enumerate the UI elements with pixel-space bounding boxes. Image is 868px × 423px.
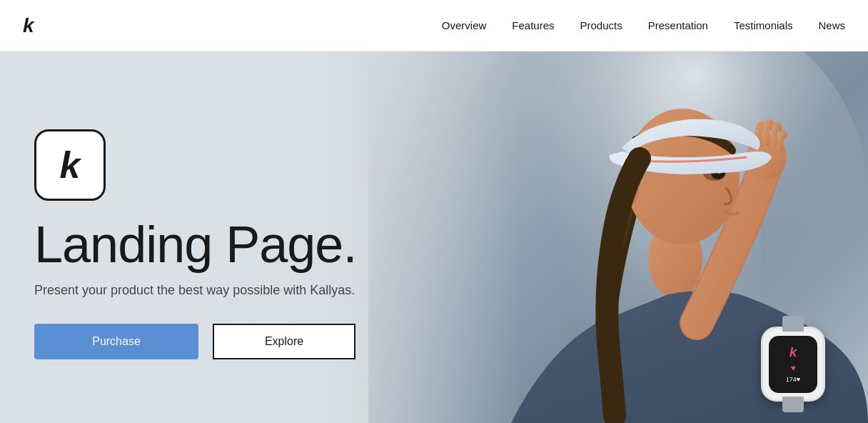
hero-content: k Landing Page. Present your product the… xyxy=(0,51,500,423)
watch-band-top xyxy=(782,316,804,332)
watch-heart-icon: ♥ xyxy=(790,363,795,373)
nav-item-overview[interactable]: Overview xyxy=(442,19,487,31)
main-nav: Overview Features Products Presentation … xyxy=(442,19,845,31)
nav-item-features[interactable]: Features xyxy=(512,19,554,31)
purchase-button[interactable]: Purchase xyxy=(34,324,198,359)
nav-item-news[interactable]: News xyxy=(818,19,845,31)
nav-item-presentation[interactable]: Presentation xyxy=(648,19,708,31)
smartwatch: k ♥ 174♥ xyxy=(761,327,825,402)
nav-item-products[interactable]: Products xyxy=(580,19,622,31)
watch-body: k ♥ 174♥ xyxy=(761,327,825,402)
explore-button[interactable]: Explore xyxy=(213,324,355,359)
watch-logo: k xyxy=(789,345,797,360)
hero-logo-box: k xyxy=(34,129,106,201)
hero-title: Landing Page. xyxy=(34,218,500,272)
watch-band-bottom xyxy=(782,397,804,412)
hero-buttons: Purchase Explore xyxy=(34,324,500,359)
nav-item-testimonials[interactable]: Testimonials xyxy=(734,19,793,31)
logo-area: k xyxy=(23,16,34,36)
hero-section: k ♥ 174♥ k Landing Page. Present your pr… xyxy=(0,51,868,423)
watch-bpm: 174♥ xyxy=(786,376,800,383)
hero-subtitle: Present your product the best way possib… xyxy=(34,283,500,298)
logo-icon: k xyxy=(23,16,34,36)
header: k Overview Features Products Presentatio… xyxy=(0,0,868,51)
watch-screen: k ♥ 174♥ xyxy=(769,336,817,393)
hero-logo-k: k xyxy=(60,146,81,184)
